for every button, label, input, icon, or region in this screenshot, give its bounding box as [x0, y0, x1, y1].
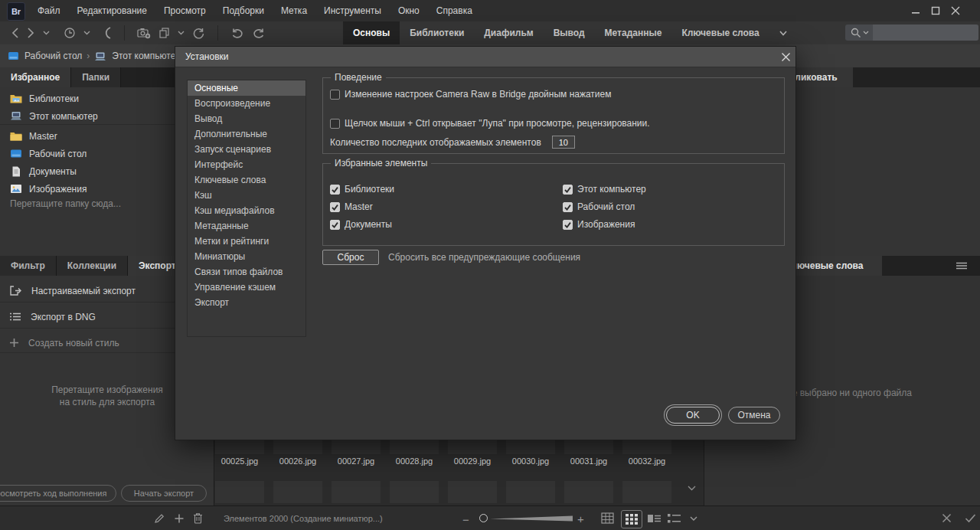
file-name[interactable]: 00027.jpg [328, 456, 384, 466]
nav-file-type-assoc[interactable]: Связи типов файлов [188, 264, 305, 280]
tab-essentials[interactable]: Основы [343, 21, 400, 44]
undo-icon[interactable] [230, 21, 244, 44]
add-preset-icon[interactable] [174, 513, 185, 524]
search-input[interactable] [873, 25, 978, 41]
dialog-close-icon[interactable] [781, 52, 791, 62]
file-name[interactable]: 00026.jpg [270, 456, 325, 466]
view-details-icon[interactable] [648, 513, 661, 524]
camera-raw-checkbox-row[interactable]: Изменение настроек Camera Raw в Bridge д… [330, 89, 612, 100]
tab-metadata[interactable]: Метаданные [595, 21, 672, 44]
fav-pictures-checkbox[interactable] [563, 220, 573, 230]
menu-edit[interactable]: Редактирование [69, 0, 155, 21]
back-icon[interactable] [11, 21, 19, 44]
view-progress-button[interactable]: Просмотреть ход выполнения [0, 485, 116, 502]
fav-documents-checkbox[interactable] [330, 220, 340, 230]
grid-lock-icon[interactable] [601, 512, 614, 524]
reject-keyword-icon[interactable] [942, 513, 952, 523]
menu-window[interactable]: Окно [390, 0, 428, 21]
fav-computer-row[interactable]: Этот компьютер [563, 184, 646, 195]
get-photos-from-camera-icon[interactable] [137, 21, 151, 44]
file-name[interactable]: 00028.jpg [387, 456, 442, 466]
reset-warnings-button[interactable]: Сброс [322, 250, 379, 265]
thumbnail[interactable] [564, 481, 613, 503]
menu-label[interactable]: Метка [273, 0, 315, 21]
thumbnail[interactable] [622, 481, 671, 503]
view-list-icon[interactable] [668, 513, 681, 524]
thumbnail[interactable] [448, 481, 497, 503]
forward-icon[interactable] [27, 21, 35, 44]
workspace-chevron-icon[interactable] [769, 21, 797, 44]
nav-general[interactable]: Основные [188, 80, 305, 96]
tab-filmstrip[interactable]: Диафильм [474, 21, 543, 44]
view-options-chevron-icon[interactable] [690, 516, 697, 522]
tab-folders[interactable]: Папки [71, 67, 121, 87]
tab-libraries[interactable]: Библиотеки [400, 21, 474, 44]
fav-desktop-checkbox[interactable] [563, 202, 573, 212]
menu-file[interactable]: Файл [29, 0, 69, 21]
fav-documents-row[interactable]: Документы [330, 219, 392, 230]
nav-interface[interactable]: Интерфейс [188, 157, 305, 172]
tab-keywords[interactable]: Ключевые слова [671, 21, 769, 44]
fav-master-row[interactable]: Master [330, 201, 373, 212]
file-name[interactable]: 00032.jpg [619, 456, 675, 466]
thumbnail[interactable] [215, 481, 264, 503]
view-thumbnails-icon[interactable] [621, 510, 642, 528]
breadcrumb-computer[interactable]: Этот компьютер [112, 51, 181, 61]
batch-chevron-icon[interactable] [178, 21, 185, 44]
nav-cache-management[interactable]: Управление кэшем [188, 280, 305, 295]
file-name[interactable]: 00025.jpg [212, 456, 267, 466]
nav-labels[interactable]: Метки и рейтинги [188, 234, 305, 249]
tab-favorites[interactable]: Избранное [0, 67, 71, 87]
menu-tools[interactable]: Инструменты [315, 0, 390, 21]
breadcrumb-desktop[interactable]: Рабочий стол [24, 51, 82, 61]
thumbnail[interactable] [390, 481, 439, 503]
nav-cache[interactable]: Кэш [188, 188, 305, 203]
tab-filter[interactable]: Фильтр [0, 256, 57, 276]
loupe-checkbox-row[interactable]: Щелчок мыши + Ctrl открывает "Лупа" при … [330, 118, 650, 129]
ok-button[interactable]: OK [666, 407, 720, 424]
zoom-slider-knob[interactable] [479, 514, 488, 522]
delete-preset-icon[interactable] [193, 512, 203, 524]
nav-chevron-icon[interactable] [43, 21, 50, 44]
file-name[interactable]: 00030.jpg [503, 456, 558, 466]
thumbnail[interactable] [506, 481, 555, 503]
minimize-icon[interactable] [911, 6, 920, 15]
nav-advanced[interactable]: Дополнительные [188, 126, 305, 142]
nav-keywords[interactable]: Ключевые слова [188, 172, 305, 188]
maximize-icon[interactable] [931, 6, 940, 15]
menu-view[interactable]: Просмотр [155, 0, 214, 21]
thumbnail[interactable] [332, 481, 381, 503]
recent-items-input[interactable] [552, 136, 575, 149]
fav-computer-checkbox[interactable] [563, 185, 573, 195]
search-chevron-icon[interactable] [863, 31, 869, 34]
close-window-icon[interactable] [951, 6, 960, 15]
panel-menu-icon[interactable] [956, 262, 968, 270]
thumbnail[interactable] [273, 481, 322, 503]
redo-icon[interactable] [252, 21, 266, 44]
return-to-app-icon[interactable] [103, 21, 112, 44]
search-icon[interactable] [851, 28, 861, 38]
scroll-down-icon[interactable] [688, 486, 696, 491]
fav-pictures-row[interactable]: Изображения [563, 219, 635, 230]
loupe-checkbox[interactable] [330, 119, 340, 129]
recent-chevron-icon[interactable] [83, 21, 90, 44]
cancel-button[interactable]: Отмена [728, 407, 780, 424]
batch-rename-icon[interactable] [158, 21, 170, 44]
tab-collections[interactable]: Коллекции [57, 256, 128, 276]
edit-preset-icon[interactable] [154, 513, 165, 524]
confirm-keyword-icon[interactable] [965, 513, 976, 523]
menu-stacks[interactable]: Подборки [214, 0, 273, 21]
file-name[interactable]: 00029.jpg [445, 456, 500, 466]
fav-libraries-row[interactable]: Библиотеки [330, 184, 394, 195]
nav-playback[interactable]: Воспроизведение [188, 96, 305, 111]
file-name[interactable]: 00031.jpg [561, 456, 616, 466]
fav-desktop-row[interactable]: Рабочий стол [563, 201, 635, 212]
menu-help[interactable]: Справка [428, 0, 481, 21]
start-export-button[interactable]: Начать экспорт [121, 485, 207, 502]
nav-export[interactable]: Экспорт [188, 295, 305, 310]
refresh-icon[interactable] [192, 21, 205, 44]
dialog-title-bar[interactable]: Установки [175, 47, 795, 67]
fav-master-checkbox[interactable] [330, 202, 340, 212]
recent-history-icon[interactable] [64, 21, 76, 44]
zoom-in-icon[interactable]: + [577, 512, 584, 525]
